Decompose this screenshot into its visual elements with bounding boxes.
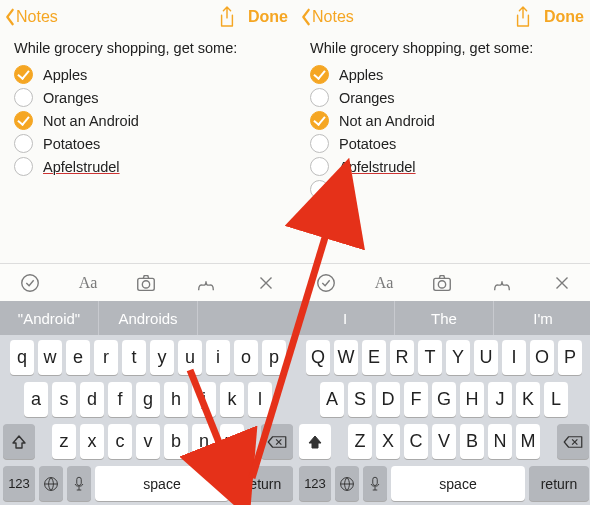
key-a[interactable]: A [320, 382, 344, 417]
key-c[interactable]: C [404, 424, 428, 459]
key-v[interactable]: v [136, 424, 160, 459]
key-i[interactable]: I [502, 340, 526, 375]
checklist-toolbar-icon[interactable] [19, 272, 41, 294]
suggestion[interactable] [198, 301, 296, 335]
key-k[interactable]: k [220, 382, 244, 417]
checkbox-icon[interactable] [14, 65, 33, 84]
space-key[interactable]: space [95, 466, 229, 501]
key-b[interactable]: B [460, 424, 484, 459]
checkbox-icon[interactable] [310, 88, 329, 107]
checkbox-icon[interactable] [14, 157, 33, 176]
checklist-item[interactable]: Apples [310, 63, 578, 86]
checklist-item[interactable]: Not an Android [14, 109, 282, 132]
checklist-toolbar-icon[interactable] [315, 272, 337, 294]
close-toolbar-icon[interactable] [551, 272, 573, 294]
key-u[interactable]: u [178, 340, 202, 375]
checkbox-icon[interactable] [310, 65, 329, 84]
key-v[interactable]: V [432, 424, 456, 459]
key-r[interactable]: R [390, 340, 414, 375]
key-j[interactable]: J [488, 382, 512, 417]
checklist-item[interactable]: Potatoes [14, 132, 282, 155]
checklist-item[interactable]: Oranges [310, 86, 578, 109]
backspace-key[interactable] [261, 424, 293, 459]
return-key[interactable]: return [233, 466, 293, 501]
key-c[interactable]: c [108, 424, 132, 459]
share-icon[interactable] [218, 6, 236, 28]
checklist-item[interactable]: Apfelstrudel [14, 155, 282, 178]
globe-key[interactable] [335, 466, 359, 501]
key-q[interactable]: Q [306, 340, 330, 375]
font-toolbar-button[interactable]: Aa [375, 274, 394, 292]
close-toolbar-icon[interactable] [255, 272, 277, 294]
key-q[interactable]: q [10, 340, 34, 375]
key-o[interactable]: O [530, 340, 554, 375]
sketch-toolbar-icon[interactable] [491, 272, 513, 294]
key-y[interactable]: y [150, 340, 174, 375]
checklist-item[interactable]: Oranges [14, 86, 282, 109]
key-x[interactable]: X [376, 424, 400, 459]
globe-key[interactable] [39, 466, 63, 501]
key-a[interactable]: a [24, 382, 48, 417]
sketch-toolbar-icon[interactable] [195, 272, 217, 294]
key-e[interactable]: e [66, 340, 90, 375]
numbers-key[interactable]: 123 [3, 466, 35, 501]
key-d[interactable]: D [376, 382, 400, 417]
key-s[interactable]: s [52, 382, 76, 417]
key-s[interactable]: S [348, 382, 372, 417]
back-button[interactable]: Notes [4, 8, 58, 26]
key-e[interactable]: E [362, 340, 386, 375]
checkbox-icon[interactable] [310, 111, 329, 130]
note-content[interactable]: While grocery shopping, get some: Apples… [0, 34, 296, 263]
mic-key[interactable] [363, 466, 387, 501]
key-i[interactable]: i [206, 340, 230, 375]
key-l[interactable]: L [544, 382, 568, 417]
done-button[interactable]: Done [544, 8, 584, 26]
checkbox-icon[interactable] [310, 180, 329, 199]
checkbox-icon[interactable] [14, 134, 33, 153]
key-z[interactable]: z [52, 424, 76, 459]
suggestion[interactable]: The [395, 301, 494, 335]
checklist-item[interactable]: Apples [14, 63, 282, 86]
key-d[interactable]: d [80, 382, 104, 417]
key-w[interactable]: W [334, 340, 358, 375]
key-p[interactable]: P [558, 340, 582, 375]
numbers-key[interactable]: 123 [299, 466, 331, 501]
camera-toolbar-icon[interactable] [431, 272, 453, 294]
key-r[interactable]: r [94, 340, 118, 375]
key-k[interactable]: K [516, 382, 540, 417]
key-y[interactable]: Y [446, 340, 470, 375]
key-t[interactable]: T [418, 340, 442, 375]
checkbox-icon[interactable] [14, 88, 33, 107]
key-h[interactable]: h [164, 382, 188, 417]
space-key[interactable]: space [391, 466, 525, 501]
share-icon[interactable] [514, 6, 532, 28]
suggestion[interactable]: Androids [99, 301, 198, 335]
checklist-item[interactable]: Potatoes [310, 132, 578, 155]
key-n[interactable]: N [488, 424, 512, 459]
note-content[interactable]: While grocery shopping, get some: Apples… [296, 34, 590, 263]
back-button[interactable]: Notes [300, 8, 354, 26]
mic-key[interactable] [67, 466, 91, 501]
key-j[interactable]: j [192, 382, 216, 417]
checkbox-icon[interactable] [14, 111, 33, 130]
shift-key[interactable] [299, 424, 331, 459]
key-f[interactable]: f [108, 382, 132, 417]
key-t[interactable]: t [122, 340, 146, 375]
checklist-item[interactable]: Not an Android [310, 109, 578, 132]
key-u[interactable]: U [474, 340, 498, 375]
key-b[interactable]: b [164, 424, 188, 459]
shift-key[interactable] [3, 424, 35, 459]
done-button[interactable]: Done [248, 8, 288, 26]
key-m[interactable]: m [220, 424, 244, 459]
key-l[interactable]: l [248, 382, 272, 417]
key-h[interactable]: H [460, 382, 484, 417]
key-n[interactable]: n [192, 424, 216, 459]
key-f[interactable]: F [404, 382, 428, 417]
camera-toolbar-icon[interactable] [135, 272, 157, 294]
key-m[interactable]: M [516, 424, 540, 459]
suggestion[interactable]: I [296, 301, 395, 335]
backspace-key[interactable] [557, 424, 589, 459]
key-z[interactable]: Z [348, 424, 372, 459]
key-p[interactable]: p [262, 340, 286, 375]
key-x[interactable]: x [80, 424, 104, 459]
